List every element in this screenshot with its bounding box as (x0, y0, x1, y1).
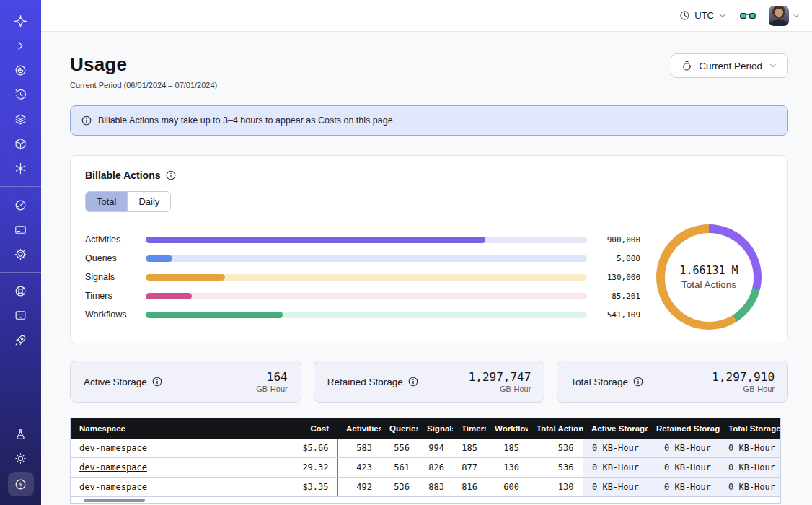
column-header: Active Storage (583, 418, 648, 439)
namespace-link[interactable]: dev-namespace (79, 482, 147, 492)
donut-total-label: Total Actions (681, 279, 736, 290)
billable-actions-bar-chart: Activities 900,000 Queries 5,000 Signals (85, 230, 645, 324)
lifebuoy-icon (14, 284, 27, 298)
info-icon[interactable] (633, 377, 643, 387)
usage-bar-row: Queries 5,000 (85, 249, 640, 268)
bar-track (146, 293, 587, 299)
sidebar-item-layers[interactable] (6, 108, 35, 130)
chevron-down-icon (718, 12, 727, 20)
bar-value: 5,000 (587, 254, 640, 263)
tab-daily[interactable]: Daily (127, 192, 170, 211)
activities-cell: 492 (337, 478, 381, 497)
sidebar-item-usage[interactable] (6, 194, 35, 216)
active-storage-cell: 0 KB-Hour (583, 439, 648, 458)
usage-bar-row: Timers 85,201 (85, 286, 640, 305)
workflows-cell: 130 (486, 458, 528, 478)
retained-storage-card: Retained Storage 1,297,747 GB-Hour (314, 361, 545, 403)
view-toggle: Total Daily (85, 191, 171, 212)
info-icon[interactable] (408, 377, 418, 387)
sidebar-divider (0, 272, 41, 273)
bar-track (146, 237, 587, 243)
sidebar-item-settings[interactable] (6, 243, 35, 265)
bar-label: Timers (85, 291, 146, 301)
timers-cell: 185 (453, 439, 486, 458)
table-row: dev-namespace $3.35 492 536 883 816 600 … (71, 478, 780, 497)
dollar-coin-icon: $ (14, 478, 27, 491)
table-row: dev-namespace $5.66 583 556 994 185 185 … (71, 439, 780, 458)
info-icon[interactable] (152, 377, 162, 387)
queries-cell: 536 (381, 478, 418, 497)
bar-label: Activities (85, 234, 146, 245)
namespace-link[interactable]: dev-namespace (79, 443, 147, 453)
sidebar-item-deployments[interactable] (6, 133, 35, 154)
tab-total[interactable]: Total (86, 192, 127, 211)
sidebar-item-collapse[interactable] (6, 35, 35, 56)
storage-card-unit: GB-Hour (712, 385, 775, 393)
timezone-label: UTC (694, 10, 714, 21)
chevron-right-icon (14, 39, 27, 53)
schedules-icon (14, 88, 27, 102)
glasses-icon (740, 11, 756, 21)
period-selector-button[interactable]: Current Period (671, 53, 788, 78)
sidebar-item-support[interactable] (6, 280, 35, 302)
retained-storage-cell: 0 KB-Hour (648, 458, 720, 478)
monitor-face-icon (14, 309, 27, 322)
usage-bar-row: Signals 130,000 (85, 268, 640, 286)
total-storage-cell: 0 KB-Hour (720, 458, 780, 478)
info-icon (81, 115, 92, 126)
sidebar-item-theme[interactable] (6, 447, 35, 469)
bar-fill (146, 293, 192, 299)
user-menu[interactable] (769, 6, 800, 26)
svg-text:$: $ (19, 481, 22, 488)
sidebar-item-usage-billing-active[interactable]: $ (8, 472, 34, 496)
column-header: Timers (453, 418, 486, 439)
column-header: Cost (271, 418, 337, 439)
column-header: Namespace (71, 418, 271, 439)
workflows-cell: 600 (486, 478, 528, 497)
info-icon[interactable] (166, 170, 176, 180)
table-header-row: Namespace Cost Activities Queries Signal… (71, 418, 780, 439)
column-header: Retained Storage (648, 418, 720, 439)
usage-page: Usage Current Period (06/01/2024 – 07/01… (41, 32, 812, 505)
sidebar-item-schedules[interactable] (6, 84, 35, 105)
total-actions-cell: 536 (528, 439, 583, 458)
activities-cell: 583 (337, 439, 381, 458)
cost-cell: $5.66 (271, 439, 337, 458)
donut-total-value: 1.66131 M (679, 264, 738, 277)
column-header: Total Actions (528, 418, 583, 439)
storage-card-value: 1,297,747 (469, 370, 531, 384)
donut-ring: 1.66131 M Total Actions (656, 224, 762, 330)
main: UTC Usage Current Period (06/01/20 (41, 0, 812, 505)
timers-cell: 816 (453, 478, 486, 497)
bar-label: Queries (85, 253, 146, 263)
sidebar-item-billing[interactable] (6, 219, 35, 240)
sidebar-item-feedback[interactable] (6, 304, 35, 326)
total-storage-card: Total Storage 1,297,910 GB-Hour (557, 361, 788, 403)
gauge-icon (14, 198, 27, 212)
sidebar-item-namespaces[interactable] (6, 59, 35, 81)
cube-icon (14, 137, 27, 151)
scrollbar-thumb[interactable] (84, 499, 145, 502)
page-subtitle: Current Period (06/01/2024 – 07/01/2024) (70, 81, 217, 89)
bar-track (146, 312, 587, 318)
credit-card-icon (14, 223, 27, 237)
temporal-logo-icon (13, 14, 28, 29)
signals-cell: 994 (418, 439, 453, 458)
namespace-link[interactable]: dev-namespace (79, 462, 147, 473)
sun-icon (14, 452, 27, 465)
sidebar-item-labs[interactable] (6, 423, 35, 444)
timezone-selector[interactable]: UTC (679, 10, 727, 21)
bar-value: 900,000 (587, 235, 640, 245)
column-header: Workflows (486, 418, 528, 439)
appearance-button[interactable] (740, 11, 756, 21)
cost-cell: $3.35 (271, 478, 337, 497)
sidebar-item-getting-started[interactable] (6, 329, 35, 351)
total-storage-cell: 0 KB-Hour (720, 439, 780, 458)
period-selector-label: Current Period (699, 61, 762, 71)
retained-storage-cell: 0 KB-Hour (648, 478, 720, 497)
sidebar-item-nexus[interactable] (6, 157, 35, 179)
banner-text: Billable Actions may take up to 3–4 hour… (98, 115, 395, 126)
asterisk-icon (14, 162, 27, 175)
sidebar-item-home[interactable] (6, 10, 35, 32)
bar-value: 541,109 (587, 310, 640, 320)
